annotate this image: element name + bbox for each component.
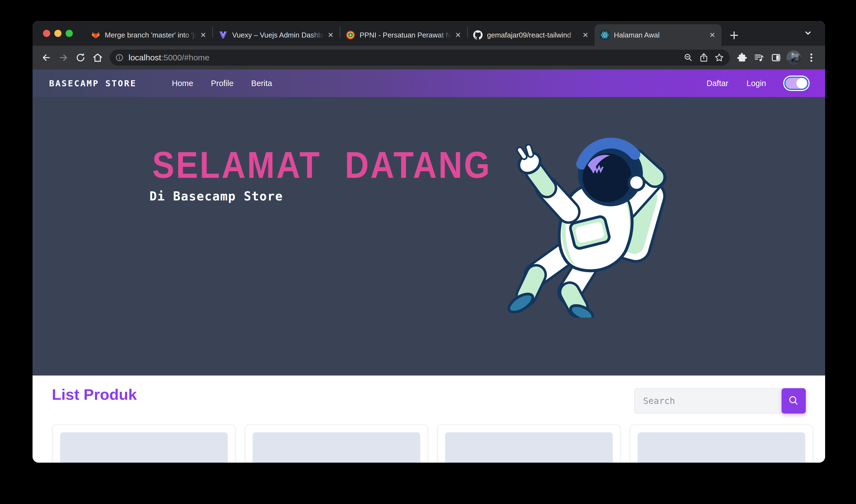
minimize-window-button[interactable] <box>54 30 61 37</box>
tab-close-icon[interactable]: ✕ <box>581 30 590 40</box>
theme-toggle-switch[interactable] <box>784 77 808 90</box>
github-icon <box>473 30 483 40</box>
tab-github-repo[interactable]: gemafajar09/react-tailwind ✕ <box>468 24 594 46</box>
side-panel-icon[interactable] <box>768 50 784 65</box>
product-card[interactable] <box>52 425 235 463</box>
zoom-window-button[interactable] <box>66 30 73 37</box>
tab-title: Halaman Awal <box>614 31 660 39</box>
tab-close-icon[interactable]: ✕ <box>199 30 208 40</box>
nav-link-daftar[interactable]: Daftar <box>707 79 728 88</box>
hero-title: SELAMAT DATANG <box>152 146 492 184</box>
hero-subtitle: Di Basecamp Store <box>149 189 283 203</box>
back-button[interactable] <box>39 50 54 65</box>
site-navbar: BASECAMP STORE Home Profile Berita Dafta… <box>33 70 825 97</box>
browser-window: Merge branch 'master' into 'jiha ✕ Vuexy… <box>33 21 825 463</box>
brand-logo[interactable]: BASECAMP STORE <box>49 78 137 88</box>
nav-link-home[interactable]: Home <box>172 79 193 88</box>
browser-toolbar: localhost:5000/#home <box>33 46 825 70</box>
tab-vuexy[interactable]: Vuexy – Vuejs Admin Dashboar ✕ <box>213 24 340 46</box>
ppni-icon <box>346 30 355 40</box>
product-image-placeholder <box>253 432 420 463</box>
tab-title: Vuexy – Vuejs Admin Dashboar <box>232 31 324 39</box>
product-image-placeholder <box>638 432 805 463</box>
extensions-puzzle-icon[interactable] <box>734 50 750 65</box>
gitlab-icon <box>91 30 101 40</box>
search-input[interactable] <box>634 388 783 414</box>
home-button[interactable] <box>90 50 105 65</box>
nav-link-berita[interactable]: Berita <box>251 79 272 88</box>
search-icon <box>788 395 800 407</box>
zoom-out-icon[interactable] <box>681 50 696 65</box>
toggle-knob <box>797 78 807 89</box>
search-button[interactable] <box>782 388 806 414</box>
product-image-placeholder <box>60 432 228 463</box>
product-card[interactable] <box>630 425 813 463</box>
tab-title: gemafajar09/react-tailwind <box>487 31 571 39</box>
nav-links: Home Profile Berita <box>172 79 272 88</box>
share-icon[interactable] <box>696 50 712 65</box>
tab-halaman-awal-active[interactable]: Halaman Awal ✕ <box>594 24 721 46</box>
nav-link-login[interactable]: Login <box>747 79 766 88</box>
search-box <box>634 388 806 414</box>
product-image-placeholder <box>445 432 613 463</box>
astronaut-illustration <box>499 125 673 318</box>
product-cards <box>52 425 813 463</box>
tab-close-icon[interactable]: ✕ <box>453 30 463 40</box>
hero-section: SELAMAT DATANG Di Basecamp Store <box>33 97 825 376</box>
product-card[interactable] <box>438 425 621 463</box>
products-section: List Produk <box>33 376 825 463</box>
browser-menu-kebab-icon[interactable] <box>804 50 819 65</box>
url-text[interactable]: localhost:5000/#home <box>128 53 681 62</box>
nav-link-profile[interactable]: Profile <box>211 79 234 88</box>
tabs: Merge branch 'master' into 'jiha ✕ Vuexy… <box>86 21 721 46</box>
new-tab-button[interactable] <box>726 28 742 43</box>
close-window-button[interactable] <box>43 30 50 37</box>
product-card[interactable] <box>245 425 428 463</box>
traffic-lights <box>33 21 73 46</box>
products-heading: List Produk <box>52 385 137 403</box>
reload-button[interactable] <box>73 50 88 65</box>
tab-strip: Merge branch 'master' into 'jiha ✕ Vuexy… <box>33 21 825 46</box>
tab-close-icon[interactable]: ✕ <box>708 30 717 40</box>
tab-title: PPNI - Persatuan Perawat Nasi <box>360 31 451 39</box>
tab-ppni[interactable]: PPNI - Persatuan Perawat Nasi ✕ <box>340 24 467 46</box>
vuexy-icon <box>218 30 228 40</box>
bookmark-star-icon[interactable] <box>712 50 727 65</box>
nav-right: Daftar Login <box>707 77 808 90</box>
media-playlist-icon[interactable] <box>751 50 767 65</box>
react-icon <box>600 30 609 40</box>
site-info-icon[interactable] <box>114 52 125 63</box>
tab-search-chevron-icon[interactable] <box>802 27 814 39</box>
address-bar[interactable]: localhost:5000/#home <box>110 50 730 66</box>
tab-gitlab-merge[interactable]: Merge branch 'master' into 'jiha ✕ <box>86 24 212 46</box>
profile-avatar[interactable] <box>786 51 801 65</box>
forward-button[interactable] <box>56 50 71 65</box>
tab-title: Merge branch 'master' into 'jiha <box>105 31 196 39</box>
tab-close-icon[interactable]: ✕ <box>326 30 335 40</box>
